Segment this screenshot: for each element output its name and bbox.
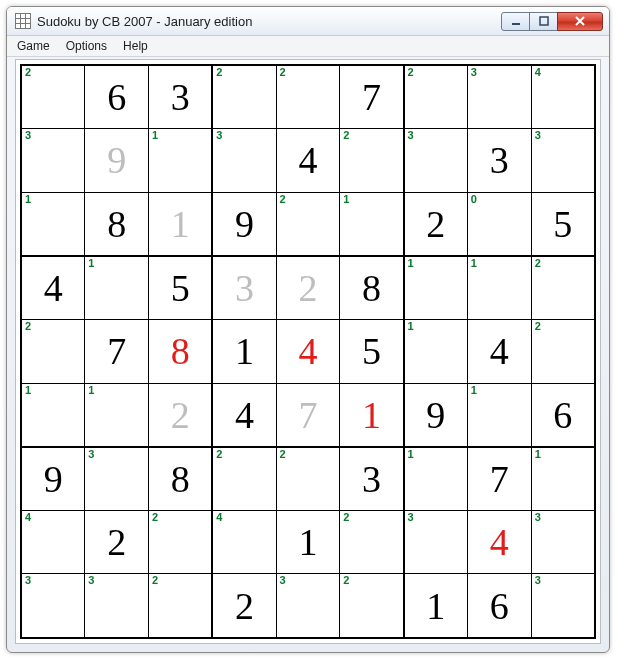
cell[interactable]: 3	[21, 129, 85, 192]
cell[interactable]: 3	[531, 129, 595, 192]
cell-value: 7	[362, 76, 381, 118]
cell-value: 9	[107, 139, 126, 181]
cell[interactable]: 1	[212, 320, 276, 383]
cell[interactable]: 2	[21, 65, 85, 129]
cell-hint: 2	[280, 194, 286, 205]
cell[interactable]: 2	[340, 511, 404, 574]
cell[interactable]: 3	[340, 447, 404, 511]
cell[interactable]: 9	[85, 129, 149, 192]
cell[interactable]: 2	[276, 192, 340, 256]
cell[interactable]: 6	[531, 383, 595, 447]
cell-hint: 4	[216, 512, 222, 523]
cell[interactable]: 9	[404, 383, 468, 447]
cell[interactable]: 2	[212, 447, 276, 511]
cell-value: 4	[490, 521, 509, 563]
cell[interactable]: 1	[21, 192, 85, 256]
cell[interactable]: 1	[404, 447, 468, 511]
cell[interactable]: 3	[276, 574, 340, 638]
cell[interactable]: 2	[149, 383, 213, 447]
cell[interactable]: 5	[149, 256, 213, 320]
cell[interactable]: 2	[212, 574, 276, 638]
cell[interactable]: 2	[276, 65, 340, 129]
cell[interactable]: 1	[85, 383, 149, 447]
cell[interactable]: 9	[21, 447, 85, 511]
cell[interactable]: 8	[340, 256, 404, 320]
cell[interactable]: 3	[467, 129, 531, 192]
minimize-button[interactable]	[501, 12, 530, 31]
cell[interactable]: 1	[340, 192, 404, 256]
cell[interactable]: 2	[149, 511, 213, 574]
cell[interactable]: 2	[149, 574, 213, 638]
cell[interactable]: 4	[467, 320, 531, 383]
maximize-button[interactable]	[529, 12, 558, 31]
cell[interactable]: 1	[404, 320, 468, 383]
cell[interactable]: 1	[276, 511, 340, 574]
cell[interactable]: 3	[212, 256, 276, 320]
cell[interactable]: 7	[340, 65, 404, 129]
cell[interactable]: 4	[467, 511, 531, 574]
cell[interactable]: 2	[404, 65, 468, 129]
cell[interactable]: 3	[21, 574, 85, 638]
titlebar[interactable]: Sudoku by CB 2007 - January edition	[7, 7, 609, 36]
menu-options[interactable]: Options	[58, 38, 115, 54]
cell[interactable]: 5	[340, 320, 404, 383]
cell[interactable]: 2	[340, 129, 404, 192]
cell[interactable]: 2	[340, 574, 404, 638]
cell[interactable]: 3	[404, 511, 468, 574]
cell[interactable]: 1	[467, 256, 531, 320]
cell[interactable]: 4	[21, 511, 85, 574]
cell[interactable]: 6	[467, 574, 531, 638]
cell[interactable]: 3	[212, 129, 276, 192]
cell[interactable]: 3	[531, 511, 595, 574]
cell[interactable]: 6	[85, 65, 149, 129]
cell-hint: 4	[25, 512, 31, 523]
cell[interactable]: 2	[21, 320, 85, 383]
cell[interactable]: 9	[212, 192, 276, 256]
cell[interactable]: 8	[85, 192, 149, 256]
cell[interactable]: 3	[85, 574, 149, 638]
cell[interactable]: 4	[276, 320, 340, 383]
cell[interactable]: 4	[212, 383, 276, 447]
cell[interactable]: 2	[531, 256, 595, 320]
cell-value: 7	[107, 330, 126, 372]
cell[interactable]: 1	[467, 383, 531, 447]
cell-hint: 2	[535, 258, 541, 269]
cell[interactable]: 2	[531, 320, 595, 383]
cell[interactable]: 1	[85, 256, 149, 320]
cell[interactable]: 8	[149, 447, 213, 511]
cell[interactable]: 3	[531, 574, 595, 638]
cell[interactable]: 2	[276, 447, 340, 511]
cell[interactable]: 1	[404, 256, 468, 320]
cell[interactable]: 0	[467, 192, 531, 256]
cell[interactable]: 3	[404, 129, 468, 192]
cell-value: 6	[107, 76, 126, 118]
cell[interactable]: 1	[340, 383, 404, 447]
cell[interactable]: 1	[149, 192, 213, 256]
cell[interactable]: 1	[404, 574, 468, 638]
cell-value: 2	[298, 267, 317, 309]
cell[interactable]: 1	[149, 129, 213, 192]
cell[interactable]: 4	[21, 256, 85, 320]
cell[interactable]: 3	[149, 65, 213, 129]
cell[interactable]: 2	[212, 65, 276, 129]
cell[interactable]: 3	[85, 447, 149, 511]
cell[interactable]: 3	[467, 65, 531, 129]
cell[interactable]: 7	[85, 320, 149, 383]
cell[interactable]: 2	[276, 256, 340, 320]
cell[interactable]: 5	[531, 192, 595, 256]
cell-hint: 2	[216, 67, 222, 78]
cell[interactable]: 1	[21, 383, 85, 447]
cell[interactable]: 1	[531, 447, 595, 511]
close-button[interactable]	[557, 12, 603, 31]
cell[interactable]: 7	[467, 447, 531, 511]
cell[interactable]: 2	[404, 192, 468, 256]
cell[interactable]: 8	[149, 320, 213, 383]
cell[interactable]: 4	[276, 129, 340, 192]
menu-game[interactable]: Game	[9, 38, 58, 54]
cell[interactable]: 4	[531, 65, 595, 129]
menu-help[interactable]: Help	[115, 38, 156, 54]
cell[interactable]: 2	[85, 511, 149, 574]
cell[interactable]: 4	[212, 511, 276, 574]
cell-value: 2	[426, 203, 445, 245]
cell[interactable]: 7	[276, 383, 340, 447]
